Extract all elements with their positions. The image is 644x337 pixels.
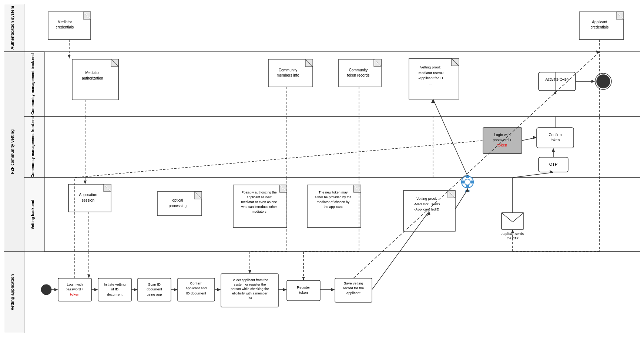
svg-marker-56 [174,288,178,291]
select-applicant-text3: person while checking the [231,287,269,291]
api-text: API [464,189,470,193]
community-token-text2: token records [347,73,370,77]
vetting-proof-backend-text3: -Applicant fedID [414,207,439,211]
svg-rect-13 [72,59,118,100]
svg-rect-23 [537,128,574,148]
svg-marker-57 [217,288,221,291]
vetting-backend-label: Vetting back-end [31,200,35,229]
svg-marker-71 [466,188,469,192]
optical-processing-note: optical processing [157,192,202,216]
svg-rect-42 [58,278,91,301]
end-circle [597,75,610,88]
possibly-authorizing-note: Possibly authorizing the applicant as ne… [233,185,287,228]
svg-line-16 [305,59,313,67]
optical-proc-text2: processing [169,204,187,208]
svg-line-80 [75,141,483,178]
svg-marker-64 [248,270,251,274]
otp-text: OTP [549,162,558,166]
svg-rect-37 [466,175,469,178]
svg-rect-17 [339,59,381,87]
svg-rect-1 [4,4,24,333]
svg-marker-69 [302,277,305,280]
confirm-token-text: Confirm [549,133,561,137]
svg-line-14 [111,59,118,67]
login-frontend-text: Login with [494,133,510,137]
svg-line-32 [353,185,361,192]
svg-rect-45 [178,278,215,301]
svg-marker-59 [331,288,335,291]
application-session-note: Application session [68,184,111,212]
otp-rect: OTP [539,157,568,172]
select-applicant-text5: list [248,296,252,300]
svg-rect-46 [221,274,278,307]
svg-rect-15 [268,59,313,87]
applicant-credentials-note: Applicant credentials [579,12,624,40]
svg-rect-19 [409,58,459,99]
save-vetting-text3: applicant [346,291,360,295]
svg-rect-21 [539,72,576,91]
svg-marker-49 [68,55,71,58]
start-circle [41,284,51,295]
svg-line-26 [104,184,111,192]
applicant-sends-otp: Applicant sends the OTP [502,213,524,240]
svg-rect-11 [579,12,624,40]
arrow-save-to-creds [353,52,600,278]
arrow-save-to-proof [372,211,429,290]
new-token-text2: either be provided by the [315,195,351,199]
diagram-svg: Authentication system F2F community vett… [4,4,640,333]
svg-line-10 [83,12,91,19]
possibly-auth-text3: mediator or even as one [241,200,277,204]
vetting-proof-top-note: Vetting proof: -Mediator userID -Applica… [409,58,459,99]
confirm-token-rect: Confirm token [537,128,574,148]
svg-rect-24 [539,157,568,172]
confirm-applicant-text: Confirm [190,281,202,285]
svg-rect-22 [483,128,522,154]
login-frontend-text2: password + [493,138,512,142]
mediator-auth-text: Mediator [85,71,100,75]
svg-rect-39 [461,181,464,183]
svg-marker-54 [94,288,98,291]
select-applicant-text2: system or register the [234,283,266,286]
login-app-rect: Login with password + token [58,278,91,301]
svg-marker-70 [432,99,435,103]
community-token-note: Community token records [339,59,381,87]
svg-rect-33 [403,191,455,231]
svg-rect-38 [466,185,469,188]
svg-point-35 [462,176,473,188]
svg-marker-72 [431,99,435,103]
svg-rect-47 [287,280,320,301]
possibly-auth-text5: mediators [252,210,266,213]
applicant-otp-text: Applicant sends [502,232,524,236]
svg-marker-74 [533,136,537,139]
api-gear-icon: API [461,175,474,193]
svg-rect-9 [48,12,91,40]
scan-id-text3: using app [147,292,162,296]
initiate-vetting-text2: of ID [111,287,118,291]
save-vetting-text: Save vetting [344,281,363,285]
confirm-applicant-rect: Confirm applicant and ID document [178,278,215,301]
svg-line-28 [194,192,202,199]
community-token-text: Community [349,68,368,72]
arrow-proof-to-api [455,189,468,209]
svg-rect-25 [68,184,111,212]
new-token-note: The new token may either be provided by … [307,185,361,228]
svg-line-12 [616,12,624,19]
vetting-proof-top-text: Vetting proof: [420,65,441,69]
applicant-credentials-text: Applicant [592,20,607,24]
applicant-otp-text2: the OTP [507,236,519,240]
auth-label: Authentication system [10,6,14,50]
community-frontend-label: Community management front-end [31,116,35,178]
scan-id-rect: Scan ID document using app [138,278,171,301]
vetting-proof-top-text4: ... [429,81,432,85]
svg-rect-40 [471,181,474,183]
svg-rect-0 [4,4,640,333]
select-applicant-text4: eligibility with a member [232,291,268,295]
svg-line-18 [374,59,381,67]
mediator-credentials-note: Mediator credentials [48,12,91,40]
scan-id-text2: document [147,287,162,291]
vetting-proof-backend-note: Vetting proof: -Mediator userID -Applica… [403,191,455,231]
initiate-vetting-rect: Initiate vetting of ID document [98,278,131,301]
mediator-credentials-text2: credentials [56,25,74,29]
scan-id-text: Scan ID [148,282,161,286]
vetting-proof-backend-text: Vetting proof: [416,196,437,200]
